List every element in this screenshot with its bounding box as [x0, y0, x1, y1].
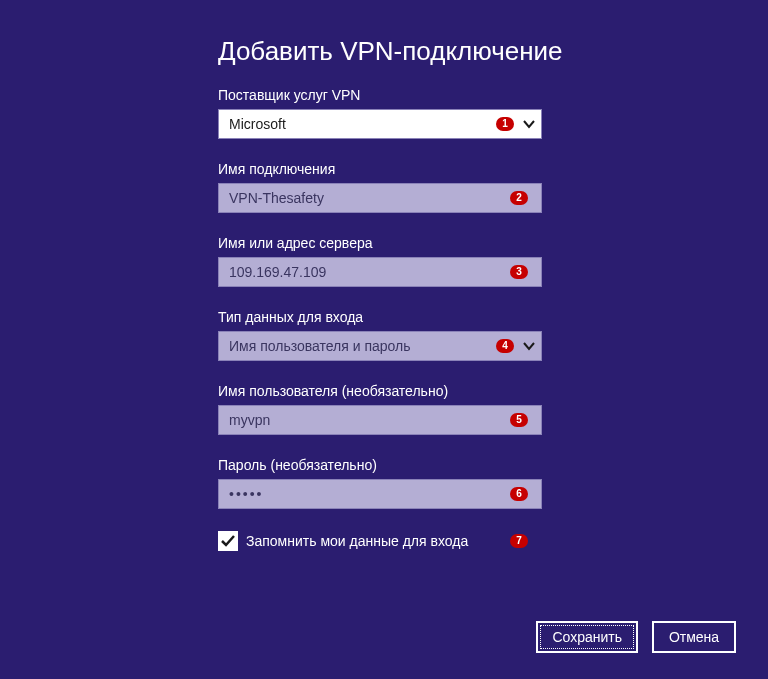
- select-vpn-provider[interactable]: Microsoft: [218, 109, 542, 139]
- label-signin-type: Тип данных для входа: [218, 309, 758, 325]
- cancel-button[interactable]: Отмена: [652, 621, 736, 653]
- label-vpn-provider: Поставщик услуг VPN: [218, 87, 758, 103]
- dialog-buttons: Сохранить Отмена: [536, 621, 736, 653]
- input-connection-name[interactable]: [218, 183, 542, 213]
- field-server-address: Имя или адрес сервера 3: [218, 235, 758, 287]
- select-signin-type[interactable]: Имя пользователя и пароль: [218, 331, 542, 361]
- input-server-address[interactable]: [218, 257, 542, 287]
- annotation-badge-7: 7: [510, 534, 528, 548]
- checkbox-remember[interactable]: [218, 531, 238, 551]
- annotation-badge-2: 2: [510, 191, 528, 205]
- label-password: Пароль (необязательно): [218, 457, 758, 473]
- label-connection-name: Имя подключения: [218, 161, 758, 177]
- input-password[interactable]: [218, 479, 542, 509]
- annotation-badge-1: 1: [496, 117, 514, 131]
- field-vpn-provider: Поставщик услуг VPN Microsoft 1: [218, 87, 758, 139]
- input-username[interactable]: [218, 405, 542, 435]
- field-username: Имя пользователя (необязательно) 5: [218, 383, 758, 435]
- field-connection-name: Имя подключения 2: [218, 161, 758, 213]
- page-title: Добавить VPN-подключение: [218, 36, 758, 67]
- field-remember: Запомнить мои данные для входа 7: [218, 531, 542, 551]
- annotation-badge-6: 6: [510, 487, 528, 501]
- label-remember: Запомнить мои данные для входа: [246, 533, 468, 549]
- field-signin-type: Тип данных для входа Имя пользователя и …: [218, 309, 758, 361]
- annotation-badge-4: 4: [496, 339, 514, 353]
- field-password: Пароль (необязательно) 6: [218, 457, 758, 509]
- label-username: Имя пользователя (необязательно): [218, 383, 758, 399]
- label-server-address: Имя или адрес сервера: [218, 235, 758, 251]
- select-signin-type-value: Имя пользователя и пароль: [229, 332, 411, 360]
- annotation-badge-5: 5: [510, 413, 528, 427]
- annotation-badge-3: 3: [510, 265, 528, 279]
- select-vpn-provider-value: Microsoft: [229, 110, 286, 138]
- save-button[interactable]: Сохранить: [536, 621, 638, 653]
